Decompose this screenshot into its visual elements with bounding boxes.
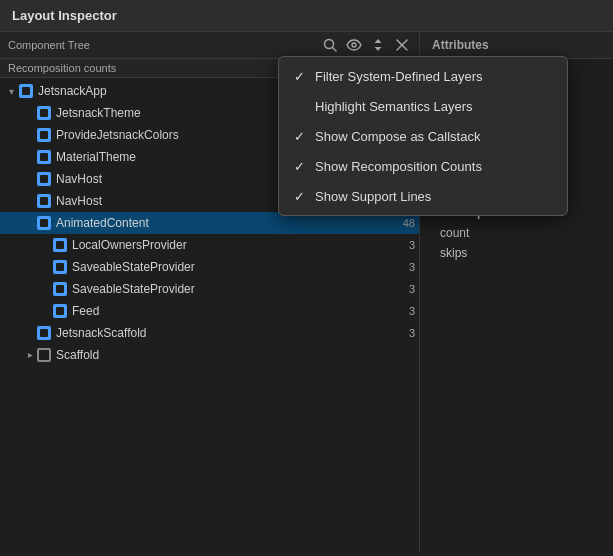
compose-icon-saveablestateprovider1: [52, 259, 68, 275]
component-tree-label: Component Tree: [8, 39, 315, 51]
svg-point-2: [352, 43, 356, 47]
compose-icon-animatedcontent: [36, 215, 52, 231]
svg-line-1: [333, 48, 337, 52]
node-label-scaffold: Scaffold: [56, 348, 415, 362]
menu-label-show-support: Show Support Lines: [315, 189, 555, 204]
tree-node-feed[interactable]: ▾ Feed 3: [0, 300, 419, 322]
node-label-saveablestateprovider1: SaveableStateProvider: [72, 260, 391, 274]
node-count-saveablestateprovider2: 3: [395, 283, 415, 295]
node-label-saveablestateprovider2: SaveableStateProvider: [72, 282, 391, 296]
attr-skips: skips: [420, 243, 613, 263]
menu-label-show-compose: Show Compose as Callstack: [315, 129, 555, 144]
tree-node-localownersprovider[interactable]: ▾ LocalOwnersProvider 3: [0, 234, 419, 256]
layout-icon-scaffold: [36, 347, 52, 363]
compose-icon-providejetsnackcolors: [36, 127, 52, 143]
node-count-feed: 3: [395, 305, 415, 317]
close-icon[interactable]: [393, 36, 411, 54]
compose-icon-navhost1: [36, 171, 52, 187]
node-label-localownersprovider: LocalOwnersProvider: [72, 238, 391, 252]
menu-check-filter-system: ✓: [291, 68, 307, 84]
node-count-saveablestateprovider1: 3: [395, 261, 415, 273]
menu-item-show-recomposition[interactable]: ✓ Show Recomposition Counts: [279, 151, 567, 181]
node-count-animatedcontent: 48: [395, 217, 415, 229]
toolbar: Component Tree: [0, 32, 419, 59]
menu-label-highlight-semantics: Highlight Semantics Layers: [315, 99, 555, 114]
compose-icon-feed: [52, 303, 68, 319]
menu-item-show-support[interactable]: ✓ Show Support Lines: [279, 181, 567, 211]
menu-item-show-compose[interactable]: ✓ Show Compose as Callstack: [279, 121, 567, 151]
node-count-jetsnackscaffold: 3: [395, 327, 415, 339]
compose-icon-materialtheme: [36, 149, 52, 165]
title-bar: Layout Inspector: [0, 0, 613, 32]
eye-icon[interactable]: [345, 36, 363, 54]
menu-label-filter-system: Filter System-Defined Layers: [315, 69, 555, 84]
menu-check-show-support: ✓: [291, 188, 307, 204]
menu-check-show-compose: ✓: [291, 128, 307, 144]
compose-icon-jetsnackscaffold: [36, 325, 52, 341]
menu-label-show-recomposition: Show Recomposition Counts: [315, 159, 555, 174]
node-count-localownersprovider: 3: [395, 239, 415, 251]
compose-icon-saveablestateprovider2: [52, 281, 68, 297]
menu-check-show-recomposition: ✓: [291, 158, 307, 174]
expand-arrow-scaffold[interactable]: ▾: [22, 348, 36, 362]
search-icon[interactable]: [321, 36, 339, 54]
node-label-animatedcontent: AnimatedContent: [56, 216, 391, 230]
expand-arrow-jetsnackapp[interactable]: ▾: [4, 84, 18, 98]
attributes-header: Attributes: [420, 32, 613, 59]
app-title: Layout Inspector: [12, 8, 117, 23]
compose-icon-localownersprovider: [52, 237, 68, 253]
tree-node-saveablestateprovider2[interactable]: ▾ SaveableStateProvider 3: [0, 278, 419, 300]
node-label-jetsnackscaffold: JetsnackScaffold: [56, 326, 391, 340]
menu-item-filter-system[interactable]: ✓ Filter System-Defined Layers: [279, 61, 567, 91]
compose-icon-navhost2: [36, 193, 52, 209]
attr-count: count: [420, 223, 613, 243]
tree-node-jetsnackscaffold[interactable]: ▾ JetsnackScaffold 3: [0, 322, 419, 344]
compose-icon-jetsnackapp: [18, 83, 34, 99]
tree-node-scaffold[interactable]: ▾ Scaffold: [0, 344, 419, 366]
dropdown-menu: ✓ Filter System-Defined Layers ✓ Highlig…: [278, 56, 568, 216]
compose-icon-jetsnacktheme: [36, 105, 52, 121]
updown-icon[interactable]: [369, 36, 387, 54]
menu-item-highlight-semantics[interactable]: ✓ Highlight Semantics Layers: [279, 91, 567, 121]
node-label-feed: Feed: [72, 304, 391, 318]
tree-node-saveablestateprovider1[interactable]: ▾ SaveableStateProvider 3: [0, 256, 419, 278]
